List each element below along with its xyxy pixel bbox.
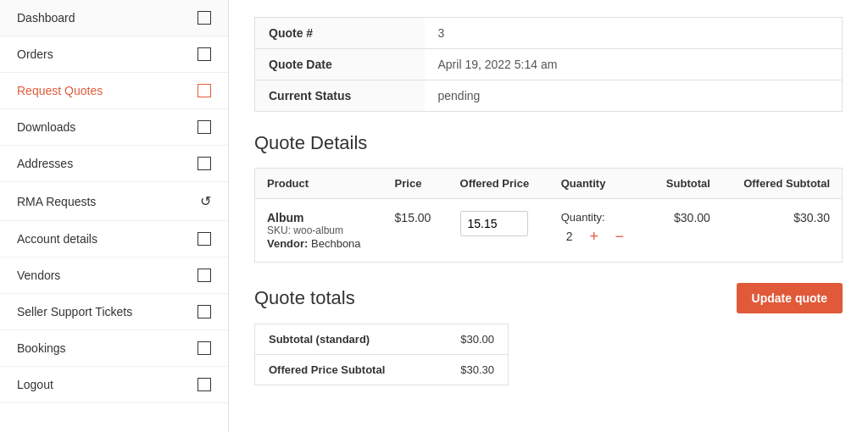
column-header: Price — [383, 169, 448, 199]
main-content: Quote #3Quote DateApril 19, 2022 5:14 am… — [229, 0, 868, 432]
sidebar-item-label: Dashboard — [17, 11, 75, 25]
sidebar-item-account-details[interactable]: Account details — [0, 221, 228, 258]
info-label: Quote # — [255, 18, 425, 49]
offered-price-input[interactable] — [460, 211, 528, 236]
update-quote-button[interactable]: Update quote — [737, 283, 843, 313]
info-label: Quote Date — [255, 49, 425, 80]
subtotal-cell: $30.00 — [648, 199, 722, 263]
info-value: pending — [425, 80, 843, 112]
sidebar-item-rma-requests[interactable]: RMA Requests↺ — [0, 182, 228, 221]
quote-details-table: ProductPriceOffered PriceQuantitySubtota… — [254, 168, 843, 263]
square-icon — [198, 120, 211, 134]
sidebar-item-dashboard[interactable]: Dashboard — [0, 0, 228, 36]
sidebar-item-label: Request Quotes — [17, 84, 103, 97]
column-header: Product — [255, 169, 383, 199]
totals-value: $30.30 — [432, 355, 508, 385]
square-icon — [198, 341, 211, 355]
product-sku: SKU: woo-album — [267, 224, 371, 236]
square-icon — [198, 269, 211, 282]
sidebar-item-label: Account details — [17, 232, 97, 246]
quantity-control: Quantity: 2 + − — [561, 211, 637, 246]
column-header: Offered Price — [448, 169, 549, 199]
column-header: Subtotal — [648, 169, 722, 199]
table-row: Quote DateApril 19, 2022 5:14 am — [255, 49, 843, 80]
offered-subtotal-cell: $30.30 — [722, 199, 843, 263]
square-icon — [198, 305, 211, 318]
sidebar-item-label: Orders — [17, 47, 53, 61]
square-icon — [198, 84, 211, 97]
sidebar-item-bookings[interactable]: Bookings — [0, 330, 228, 367]
table-row: Current Statuspending — [255, 80, 843, 112]
totals-label: Subtotal (standard) — [255, 324, 433, 355]
sidebar-item-label: Logout — [17, 378, 53, 391]
product-cell: Album SKU: woo-album Vendor: Bechbona — [255, 199, 383, 263]
table-row: Quote #3 — [255, 18, 843, 49]
quantity-label: Quantity: — [561, 211, 605, 224]
column-header: Offered Subtotal — [722, 169, 843, 199]
quote-totals-table: Subtotal (standard)$30.00Offered Price S… — [254, 324, 509, 385]
sidebar-item-addresses[interactable]: Addresses — [0, 146, 228, 182]
sidebar-item-label: Bookings — [17, 341, 66, 355]
quantity-increase-button[interactable]: + — [585, 227, 604, 246]
square-icon — [198, 11, 211, 25]
sidebar-item-logout[interactable]: Logout — [0, 367, 228, 403]
product-vendor: Vendor: Bechbona — [267, 237, 361, 250]
sidebar-item-vendors[interactable]: Vendors — [0, 258, 228, 294]
sidebar-item-orders[interactable]: Orders — [0, 36, 228, 73]
sidebar-item-seller-support-tickets[interactable]: Seller Support Tickets — [0, 294, 228, 330]
totals-row: Offered Price Subtotal$30.30 — [255, 355, 509, 385]
square-icon — [198, 157, 211, 170]
totals-row: Subtotal (standard)$30.00 — [255, 324, 509, 355]
offered-price-cell — [448, 199, 549, 263]
sidebar-item-request-quotes[interactable]: Request Quotes — [0, 73, 228, 109]
sidebar-item-label: Downloads — [17, 120, 75, 134]
quantity-decrease-button[interactable]: − — [610, 227, 629, 246]
sidebar-item-downloads[interactable]: Downloads — [0, 109, 228, 146]
sidebar-item-label: Vendors — [17, 269, 60, 282]
square-icon — [198, 232, 211, 246]
sidebar-item-label: Seller Support Tickets — [17, 305, 132, 318]
price-cell: $15.00 — [383, 199, 448, 263]
quantity-row: 2 + − — [561, 227, 629, 246]
sidebar-item-label: RMA Requests — [17, 195, 96, 208]
quote-info-table: Quote #3Quote DateApril 19, 2022 5:14 am… — [254, 17, 843, 112]
quote-totals-title: Quote totals — [254, 287, 355, 309]
totals-label: Offered Price Subtotal — [255, 355, 433, 385]
square-icon — [198, 47, 211, 61]
info-label: Current Status — [255, 80, 425, 112]
product-name: Album — [267, 211, 371, 224]
totals-value: $30.00 — [432, 324, 508, 355]
column-header: Quantity — [549, 169, 648, 199]
totals-header: Quote totals Update quote — [254, 283, 843, 313]
quantity-cell: Quantity: 2 + − — [549, 199, 648, 263]
table-row: Album SKU: woo-album Vendor: Bechbona $1… — [255, 199, 843, 263]
info-value: April 19, 2022 5:14 am — [425, 49, 843, 80]
info-value: 3 — [425, 18, 843, 49]
vendor-label: Vendor: — [267, 237, 308, 250]
undo-icon: ↺ — [200, 193, 211, 209]
quantity-value: 2 — [561, 230, 578, 243]
square-icon — [198, 378, 211, 391]
sidebar-item-label: Addresses — [17, 157, 73, 170]
quote-details-title: Quote Details — [254, 132, 843, 154]
sidebar: DashboardOrdersRequest QuotesDownloadsAd… — [0, 0, 229, 432]
